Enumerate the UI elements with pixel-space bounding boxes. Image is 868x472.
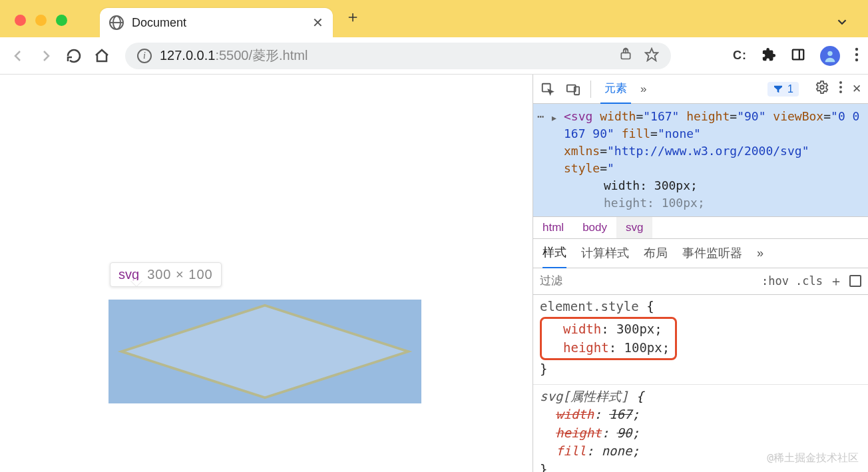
- crumb-svg[interactable]: svg: [616, 217, 652, 238]
- toolbar: i 127.0.0.1:5500/菱形.html C:: [0, 37, 868, 75]
- window-controls: [15, 15, 67, 26]
- share-icon[interactable]: [619, 47, 632, 64]
- subtab-layout[interactable]: 布局: [644, 238, 668, 268]
- url-text: 127.0.0.1:5500/菱形.html: [160, 47, 308, 65]
- styles-subtabs: 样式 计算样式 布局 事件监听器 »: [533, 239, 868, 268]
- address-bar[interactable]: i 127.0.0.1:5500/菱形.html: [125, 43, 671, 69]
- subtab-computed[interactable]: 计算样式: [581, 238, 629, 268]
- subtabs-overflow[interactable]: »: [757, 240, 763, 267]
- rule-element-style[interactable]: element.style { width: 300px; height: 10…: [533, 295, 868, 385]
- svg-rect-0: [621, 53, 630, 59]
- svg-rect-2: [793, 50, 804, 60]
- page-viewport: svg 300 × 100: [0, 75, 533, 472]
- tooltip-dimensions: 300 × 100: [147, 267, 213, 282]
- svg-point-7: [855, 59, 858, 61]
- extensions-icon[interactable]: [761, 47, 776, 64]
- minimize-window-button[interactable]: [35, 15, 47, 26]
- new-tab-button[interactable]: ＋: [345, 6, 361, 27]
- dom-tree[interactable]: ⋯ ▸ <svg width="167" height="90" viewBox…: [533, 104, 868, 216]
- styles-pane: element.style { width: 300px; height: 10…: [533, 295, 868, 472]
- new-style-rule-button[interactable]: ＋: [829, 272, 843, 290]
- element-tooltip: svg 300 × 100: [110, 262, 222, 287]
- inspect-element-icon[interactable]: [540, 81, 556, 97]
- back-button[interactable]: [9, 47, 27, 65]
- home-button[interactable]: [93, 47, 110, 65]
- extension-icons: C:: [733, 46, 859, 66]
- svg-point-15: [839, 91, 842, 93]
- styles-filter-input[interactable]: [540, 274, 755, 288]
- crumb-body[interactable]: body: [573, 217, 616, 238]
- devtools-panel: 元素 » 1 ✕ ⋯ ▸ <svg width="167" hei: [533, 75, 868, 472]
- panel-icon[interactable]: [791, 47, 805, 64]
- svg-point-4: [827, 51, 832, 55]
- menu-button[interactable]: [855, 47, 859, 64]
- tab-strip: Document ✕ ＋: [0, 0, 868, 37]
- hov-toggle[interactable]: :hov: [761, 274, 789, 288]
- close-tab-button[interactable]: ✕: [312, 15, 324, 31]
- svg-point-5: [855, 48, 858, 51]
- tab-elements[interactable]: 元素: [600, 75, 631, 104]
- profile-avatar[interactable]: [820, 46, 840, 66]
- issues-badge[interactable]: 1: [767, 82, 799, 97]
- devtools-tabbar: 元素 » 1 ✕: [533, 75, 868, 104]
- reload-button[interactable]: [65, 47, 83, 65]
- svg-point-14: [839, 86, 842, 89]
- tooltip-tag: svg: [118, 267, 139, 282]
- crumb-html[interactable]: html: [533, 217, 573, 238]
- more-icon[interactable]: [839, 81, 843, 97]
- inspected-svg-element[interactable]: [108, 300, 421, 403]
- bookmark-icon[interactable]: [644, 47, 659, 64]
- dom-breadcrumbs: html body svg: [533, 216, 868, 239]
- watermark: @稀土掘金技术社区: [767, 450, 859, 465]
- tabs-overflow-button[interactable]: »: [640, 83, 646, 96]
- tabs-dropdown-button[interactable]: [835, 15, 849, 31]
- globe-icon: [109, 15, 124, 30]
- svg-point-6: [855, 53, 858, 56]
- subtab-styles[interactable]: 样式: [542, 238, 566, 268]
- svg-marker-1: [646, 49, 658, 61]
- tab-title: Document: [132, 16, 304, 30]
- styles-filter-bar: :hov .cls ＋: [533, 268, 868, 295]
- close-window-button[interactable]: [15, 15, 26, 26]
- subtab-listeners[interactable]: 事件监听器: [682, 238, 742, 268]
- close-devtools-button[interactable]: ✕: [852, 82, 861, 96]
- extension-c-icon[interactable]: C:: [733, 49, 747, 63]
- forward-button[interactable]: [37, 47, 55, 65]
- site-info-icon[interactable]: i: [137, 49, 152, 63]
- computed-sidebar-icon[interactable]: [849, 275, 861, 287]
- maximize-window-button[interactable]: [56, 15, 67, 26]
- browser-tab[interactable]: Document ✕: [100, 8, 333, 37]
- cls-toggle[interactable]: .cls: [795, 274, 823, 288]
- svg-point-13: [839, 81, 842, 84]
- svg-marker-8: [122, 306, 409, 398]
- settings-icon[interactable]: [815, 80, 829, 98]
- svg-point-12: [820, 85, 824, 89]
- device-toolbar-icon[interactable]: [565, 81, 581, 97]
